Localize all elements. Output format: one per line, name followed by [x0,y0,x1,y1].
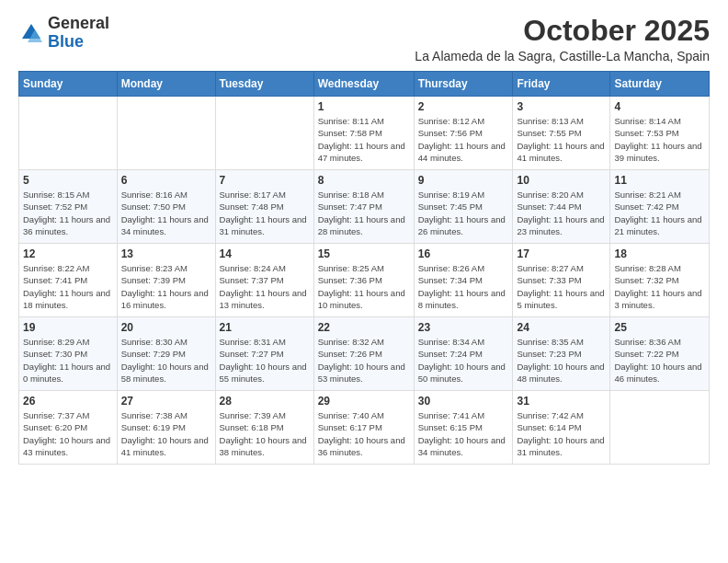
day-info: Sunrise: 8:36 AM Sunset: 7:22 PM Dayligh… [614,336,705,385]
day-info: Sunrise: 8:23 AM Sunset: 7:39 PM Dayligh… [121,262,211,311]
header-friday: Friday [513,72,610,97]
header-wednesday: Wednesday [313,72,414,97]
day-number: 24 [517,321,606,334]
day-number: 11 [614,174,705,187]
day-number: 5 [23,174,113,187]
day-info: Sunrise: 8:29 AM Sunset: 7:30 PM Dayligh… [23,336,113,385]
day-info: Sunrise: 8:13 AM Sunset: 7:55 PM Dayligh… [517,115,606,164]
calendar-body: 1Sunrise: 8:11 AM Sunset: 7:58 PM Daylig… [19,97,710,465]
day-info: Sunrise: 8:22 AM Sunset: 7:41 PM Dayligh… [23,262,113,311]
day-number: 2 [418,100,509,113]
header-sunday: Sunday [19,72,118,97]
day-number: 15 [318,247,410,260]
calendar-cell: 25Sunrise: 8:36 AM Sunset: 7:22 PM Dayli… [610,317,710,391]
day-number: 26 [23,395,113,408]
day-number: 3 [517,100,606,113]
calendar-cell: 10Sunrise: 8:20 AM Sunset: 7:44 PM Dayli… [513,170,610,244]
logo-icon [18,20,44,46]
calendar-cell: 9Sunrise: 8:19 AM Sunset: 7:45 PM Daylig… [414,170,513,244]
calendar-cell: 17Sunrise: 8:27 AM Sunset: 7:33 PM Dayli… [513,244,610,317]
calendar-cell: 11Sunrise: 8:21 AM Sunset: 7:42 PM Dayli… [610,170,710,244]
day-number: 27 [121,395,211,408]
day-info: Sunrise: 8:27 AM Sunset: 7:33 PM Dayligh… [517,262,606,311]
calendar-cell [610,391,710,465]
day-info: Sunrise: 8:19 AM Sunset: 7:45 PM Dayligh… [418,189,509,237]
day-number: 30 [418,395,509,408]
day-number: 10 [517,174,606,187]
day-number: 22 [318,321,410,334]
logo-general: General [48,15,109,33]
day-number: 8 [318,174,410,187]
calendar-cell: 20Sunrise: 8:30 AM Sunset: 7:29 PM Dayli… [117,317,215,391]
day-number: 19 [23,321,113,334]
calendar-cell: 27Sunrise: 7:38 AM Sunset: 6:19 PM Dayli… [117,391,215,465]
calendar-table: Sunday Monday Tuesday Wednesday Thursday… [18,71,710,465]
calendar-cell: 15Sunrise: 8:25 AM Sunset: 7:36 PM Dayli… [313,244,414,317]
day-info: Sunrise: 8:15 AM Sunset: 7:52 PM Dayligh… [23,189,113,237]
day-info: Sunrise: 7:37 AM Sunset: 6:20 PM Dayligh… [23,409,113,458]
day-number: 6 [121,174,211,187]
day-number: 28 [220,395,310,408]
day-number: 4 [614,100,705,113]
day-info: Sunrise: 8:28 AM Sunset: 7:32 PM Dayligh… [614,262,705,311]
day-info: Sunrise: 7:39 AM Sunset: 6:18 PM Dayligh… [220,409,310,458]
day-number: 12 [23,247,113,260]
day-info: Sunrise: 8:31 AM Sunset: 7:27 PM Dayligh… [220,336,310,385]
day-info: Sunrise: 8:12 AM Sunset: 7:56 PM Dayligh… [418,115,509,164]
day-info: Sunrise: 8:30 AM Sunset: 7:29 PM Dayligh… [121,336,211,385]
calendar-cell: 29Sunrise: 7:40 AM Sunset: 6:17 PM Dayli… [313,391,414,465]
calendar-cell: 14Sunrise: 8:24 AM Sunset: 7:37 PM Dayli… [215,244,313,317]
calendar-cell [117,97,215,170]
calendar-cell: 23Sunrise: 8:34 AM Sunset: 7:24 PM Dayli… [414,317,513,391]
day-info: Sunrise: 7:40 AM Sunset: 6:17 PM Dayligh… [318,409,410,458]
day-number: 21 [220,321,310,334]
logo: General Blue [18,15,109,52]
day-info: Sunrise: 8:25 AM Sunset: 7:36 PM Dayligh… [318,262,410,311]
calendar-week-5: 26Sunrise: 7:37 AM Sunset: 6:20 PM Dayli… [19,391,710,465]
day-info: Sunrise: 8:21 AM Sunset: 7:42 PM Dayligh… [614,189,705,237]
day-info: Sunrise: 8:14 AM Sunset: 7:53 PM Dayligh… [614,115,705,164]
logo-blue: Blue [48,33,109,52]
calendar-cell: 5Sunrise: 8:15 AM Sunset: 7:52 PM Daylig… [19,170,118,244]
day-number: 7 [220,174,310,187]
calendar-cell [19,97,118,170]
header-row: Sunday Monday Tuesday Wednesday Thursday… [19,72,710,97]
calendar-cell: 12Sunrise: 8:22 AM Sunset: 7:41 PM Dayli… [19,244,118,317]
day-number: 9 [418,174,509,187]
calendar-cell: 30Sunrise: 7:41 AM Sunset: 6:15 PM Dayli… [414,391,513,465]
day-info: Sunrise: 8:16 AM Sunset: 7:50 PM Dayligh… [121,189,211,237]
calendar-cell [215,97,313,170]
header-tuesday: Tuesday [215,72,313,97]
header-saturday: Saturday [610,72,710,97]
day-number: 1 [318,100,410,113]
day-info: Sunrise: 8:24 AM Sunset: 7:37 PM Dayligh… [220,262,310,311]
day-info: Sunrise: 8:20 AM Sunset: 7:44 PM Dayligh… [517,189,606,237]
calendar-cell: 31Sunrise: 7:42 AM Sunset: 6:14 PM Dayli… [513,391,610,465]
day-info: Sunrise: 7:42 AM Sunset: 6:14 PM Dayligh… [517,409,606,458]
calendar-cell: 7Sunrise: 8:17 AM Sunset: 7:48 PM Daylig… [215,170,313,244]
header-monday: Monday [117,72,215,97]
calendar-cell: 22Sunrise: 8:32 AM Sunset: 7:26 PM Dayli… [313,317,414,391]
header-thursday: Thursday [414,72,513,97]
calendar-cell: 13Sunrise: 8:23 AM Sunset: 7:39 PM Dayli… [117,244,215,317]
calendar-cell: 3Sunrise: 8:13 AM Sunset: 7:55 PM Daylig… [513,97,610,170]
day-number: 23 [418,321,509,334]
calendar-cell: 21Sunrise: 8:31 AM Sunset: 7:27 PM Dayli… [215,317,313,391]
title-section: October 2025 La Alameda de la Sagra, Cas… [415,15,710,63]
calendar-cell: 28Sunrise: 7:39 AM Sunset: 6:18 PM Dayli… [215,391,313,465]
day-number: 17 [517,247,606,260]
day-info: Sunrise: 8:26 AM Sunset: 7:34 PM Dayligh… [418,262,509,311]
calendar-cell: 19Sunrise: 8:29 AM Sunset: 7:30 PM Dayli… [19,317,118,391]
calendar-cell: 16Sunrise: 8:26 AM Sunset: 7:34 PM Dayli… [414,244,513,317]
day-number: 18 [614,247,705,260]
day-info: Sunrise: 8:35 AM Sunset: 7:23 PM Dayligh… [517,336,606,385]
day-number: 29 [318,395,410,408]
logo-text: General Blue [48,15,109,52]
day-number: 16 [418,247,509,260]
page: General Blue October 2025 La Alameda de … [0,0,728,476]
calendar-week-2: 5Sunrise: 8:15 AM Sunset: 7:52 PM Daylig… [19,170,710,244]
calendar-cell: 4Sunrise: 8:14 AM Sunset: 7:53 PM Daylig… [610,97,710,170]
day-number: 31 [517,395,606,408]
day-info: Sunrise: 8:18 AM Sunset: 7:47 PM Dayligh… [318,189,410,237]
day-number: 13 [121,247,211,260]
